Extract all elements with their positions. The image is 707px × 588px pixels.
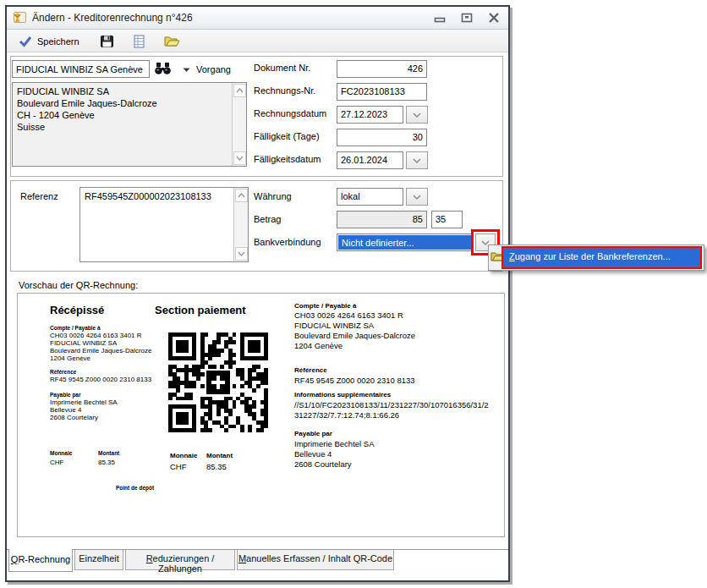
save-button[interactable]: Speichern xyxy=(15,34,83,49)
dialog-window: Ändern - Kreditorenrechnung n°426 Speich… xyxy=(5,5,510,582)
chevron-down-icon xyxy=(413,195,421,200)
tab-reduzierungen-zahlungen[interactable]: Reduzierungen / Zahlungen xyxy=(125,550,235,570)
payment-title: Section paiement xyxy=(155,304,246,316)
payment-additional-info-lines: //S1/10/FC2023108133/11/231227/30/107016… xyxy=(294,400,489,420)
rechnungs-nr-field[interactable]: FC2023108133 xyxy=(337,83,427,101)
faelligkeitsdatum-field[interactable]: 26.01.2024 xyxy=(337,151,403,169)
maximize-button[interactable] xyxy=(459,11,474,25)
payment-amount-value: 85.35 xyxy=(206,462,227,472)
search-binoculars-icon[interactable] xyxy=(154,61,173,78)
payment-payable-to-lines: CH03 0026 4264 6163 3401 RFIDUCIAL WINBI… xyxy=(294,310,415,351)
scroll-down-icon[interactable] xyxy=(233,151,246,165)
vorgang-dropdown[interactable]: Vorgang xyxy=(183,64,231,74)
betrag-cents-field[interactable]: 35 xyxy=(431,211,463,228)
tab-qr-rechnung[interactable]: QR-Rechnung xyxy=(8,549,73,572)
payment-currency-label: Monnaie xyxy=(170,452,197,459)
rechnungs-nr-label: Rechnungs-Nr. xyxy=(254,85,315,96)
receipt-deposit-label: Point de dépôt xyxy=(116,485,154,491)
bankreferenz-context-menu: Zugang zur Liste der Bankreferenzen... xyxy=(488,245,704,271)
chevron-down-icon xyxy=(183,68,190,73)
receipt-payable-to-label: Compte / Payable à xyxy=(50,325,101,331)
payment-currency-value: CHF xyxy=(170,462,187,472)
receipt-amount-value: 85.35 xyxy=(98,459,115,466)
open-folder-icon xyxy=(164,35,180,47)
window-title: Ändern - Kreditorenrechnung n°426 xyxy=(32,12,193,24)
payment-amount-label: Montant xyxy=(206,452,233,459)
vendor-address-box: FIDUCIAL WINBIZ SABoulevard Emile Jaques… xyxy=(12,82,247,167)
faelligkeit-tage-field[interactable]: 30 xyxy=(337,129,427,146)
receipt-payable-by-lines: Imprimerie Bechtel SABellevue 42608 Cour… xyxy=(50,398,118,421)
scroll-up-icon[interactable] xyxy=(233,84,246,97)
referenz-box[interactable]: RF459545Z000002023108133 xyxy=(79,187,249,262)
open-icon-button[interactable] xyxy=(162,33,182,49)
minimize-button[interactable] xyxy=(432,11,447,25)
toolbar: Speichern xyxy=(7,30,508,52)
receipt-reference-value: RF45 9545 Z000 0020 2310 8133 xyxy=(50,376,151,383)
receipt-payable-by-label: Payable par xyxy=(50,392,81,398)
list-icon-button[interactable] xyxy=(131,33,147,50)
rechnungsdatum-dropdown-button[interactable] xyxy=(406,106,428,124)
qr-invoice-preview: Récépissé Compte / Payable à CH03 0026 4… xyxy=(17,293,505,537)
vorgang-label: Vorgang xyxy=(196,64,231,74)
chevron-down-icon xyxy=(413,113,421,118)
chevron-down-icon xyxy=(413,158,421,163)
bankverbindung-combobox[interactable]: Nicht definierter... xyxy=(337,234,474,251)
dokument-nr-field[interactable]: 426 xyxy=(337,60,427,78)
table-document-icon xyxy=(133,35,145,48)
receipt-reference-label: Référence xyxy=(50,369,76,375)
address-scrollbar[interactable] xyxy=(232,83,246,166)
bankverbindung-label: Bankverbindung xyxy=(254,237,321,247)
referenz-label: Referenz xyxy=(20,191,58,201)
scroll-down-icon[interactable] xyxy=(235,247,248,261)
check-icon xyxy=(19,36,32,47)
betrag-label: Betrag xyxy=(254,214,281,224)
preview-label: Vorschau der QR-Rechnung: xyxy=(19,280,138,290)
save-icon-button[interactable] xyxy=(98,33,116,50)
save-button-label: Speichern xyxy=(37,36,79,47)
receipt-currency-label: Monnaie xyxy=(50,450,72,456)
close-button[interactable] xyxy=(486,11,501,25)
rechnungsdatum-field[interactable]: 27.12.2023 xyxy=(337,106,403,124)
receipt-title: Récépissé xyxy=(50,304,104,316)
referenz-text: RF459545Z000002023108133 xyxy=(85,190,233,202)
swiss-qr-code xyxy=(168,332,268,434)
tab-einzelheit[interactable]: Einzelheit xyxy=(74,550,123,570)
vendor-input[interactable] xyxy=(12,60,150,78)
waehrung-field[interactable]: lokal xyxy=(337,188,403,206)
titlebar[interactable]: Ändern - Kreditorenrechnung n°426 xyxy=(7,7,508,30)
payment-additional-info-label: Informations supplémentaires xyxy=(294,391,391,398)
window-controls xyxy=(432,11,501,25)
payment-payable-by-lines: Imprimerie Bechtel SABellevue 42608 Cour… xyxy=(294,439,375,470)
annotation-box-menu-item: Zugang zur Liste der Bankreferenzen... xyxy=(501,246,702,269)
payment-payable-by-label: Payable par xyxy=(294,430,332,437)
waehrung-dropdown-button[interactable] xyxy=(406,188,428,206)
screenshot-canvas: Ändern - Kreditorenrechnung n°426 Speich… xyxy=(0,0,707,588)
dialog-body: Vorgang FIDUCIAL WINBIZ SABoulevard Emil… xyxy=(7,53,508,579)
winbiz-app-icon xyxy=(12,11,27,25)
payment-reference-value: RF45 9545 Z000 0020 2310 8133 xyxy=(294,376,415,386)
receipt-payable-to-lines: CH03 0026 4264 6163 3401 RFIDUCIAL WINBI… xyxy=(50,332,152,362)
tab-manuelles-erfassen[interactable]: Manuelles Erfassen / Inhalt QR-Code xyxy=(237,550,394,570)
dokument-nr-label: Dokument Nr. xyxy=(254,63,310,73)
faelligkeitsdatum-dropdown-button[interactable] xyxy=(406,151,428,169)
waehrung-label: Währung xyxy=(254,191,292,201)
floppy-disk-icon xyxy=(100,35,114,48)
rechnungsdatum-label: Rechnungsdatum xyxy=(254,108,326,118)
payment-payable-to-label: Compte / Payable à xyxy=(294,302,356,310)
referenz-scrollbar[interactable] xyxy=(233,188,248,261)
payment-reference-label: Référence xyxy=(294,366,327,374)
scroll-up-icon[interactable] xyxy=(235,189,248,202)
menu-item-bankreferenzen[interactable]: Zugang zur Liste der Bankreferenzen... xyxy=(503,248,700,267)
betrag-main-field[interactable]: 85 xyxy=(337,211,427,228)
bankverbindung-selected-value: Nicht definierter... xyxy=(338,235,472,250)
vendor-address-text: FIDUCIAL WINBIZ SABoulevard Emile Jaques… xyxy=(17,85,231,133)
faelligkeitsdatum-label: Fälligkeitsdatum xyxy=(254,154,321,164)
receipt-amount-label: Montant xyxy=(98,450,119,456)
receipt-currency-value: CHF xyxy=(50,459,63,466)
faelligkeit-tage-label: Fälligkeit (Tage) xyxy=(254,131,320,141)
